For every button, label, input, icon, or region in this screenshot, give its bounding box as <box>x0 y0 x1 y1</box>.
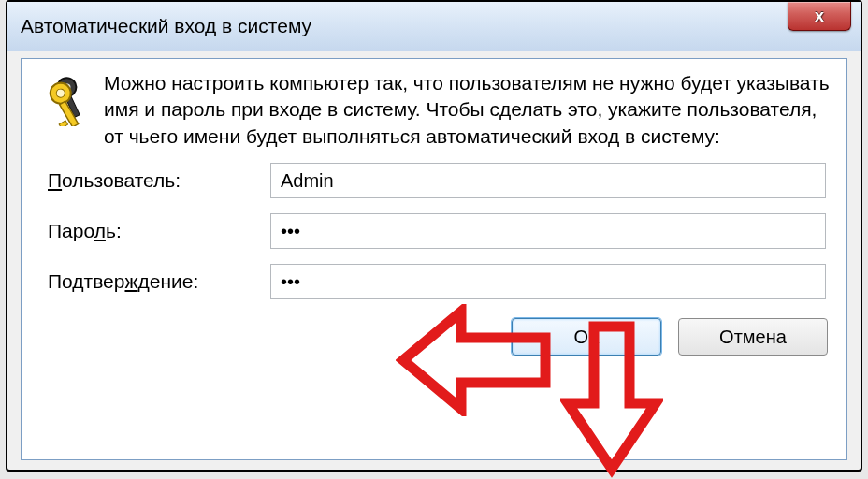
close-icon: x <box>815 7 824 26</box>
password-label: Пароль: <box>48 220 270 242</box>
dialog-window: Автоматический вход в систему x <box>6 0 862 472</box>
svg-rect-6 <box>59 121 67 126</box>
confirm-label: Подтверждение: <box>48 270 270 293</box>
user-input[interactable] <box>270 163 826 198</box>
cancel-button[interactable]: Отмена <box>678 318 828 356</box>
password-input[interactable] <box>270 213 826 249</box>
dialog-client: Можно настроить компьютер так, что польз… <box>21 58 847 460</box>
description-text: Можно настроить компьютер так, что польз… <box>104 70 830 150</box>
user-label: Пользователь: <box>48 169 270 192</box>
keys-icon <box>46 70 104 150</box>
window-title: Автоматический вход в систему <box>21 15 311 37</box>
ok-button[interactable]: ОК <box>512 318 661 356</box>
close-button[interactable]: x <box>788 2 851 31</box>
titlebar: Автоматический вход в систему x <box>7 2 861 51</box>
confirm-input[interactable] <box>270 264 826 299</box>
